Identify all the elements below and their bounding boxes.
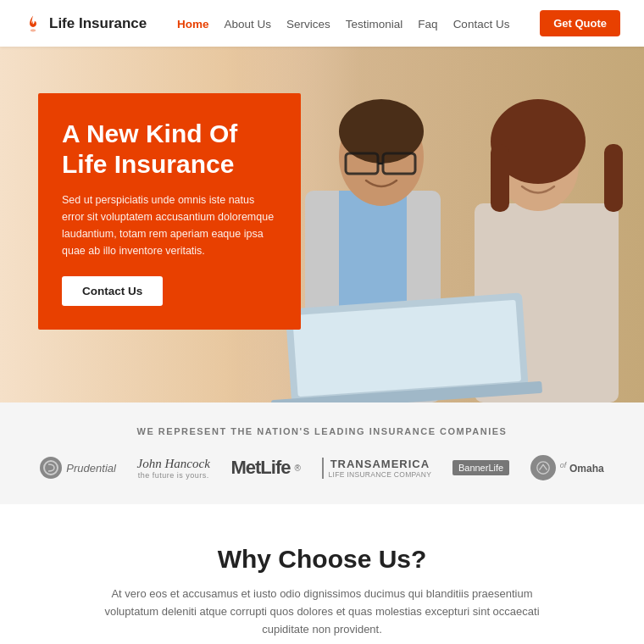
logos-section: WE REPRESENT THE NATION'S LEADING INSURA… (0, 402, 644, 504)
svg-rect-15 (292, 300, 521, 397)
bannerlife-label: BannerLife (452, 460, 509, 475)
metlife-logo: MetLife ® (230, 457, 300, 479)
nav-links: Home About Us Services Testimonial Faq C… (177, 16, 509, 31)
svg-point-0 (31, 29, 36, 31)
prudential-label: Prudential (66, 462, 116, 475)
bannerlife-logo: BannerLife (452, 460, 509, 475)
transamerica-logo: TRANSAMERICA LIFE INSURANCE COMPANY (322, 458, 432, 479)
hero-card: A New Kind Of Life Insurance Sed ut pers… (38, 93, 301, 330)
nav-testimonial[interactable]: Testimonial (346, 18, 403, 31)
prudential-icon (40, 457, 62, 479)
nav-about[interactable]: About Us (225, 18, 272, 31)
prudential-logo: Prudential (40, 457, 116, 479)
metlife-label: MetLife (230, 457, 290, 479)
hero-body: Sed ut perspiciatis unde omnis iste natu… (62, 192, 277, 259)
nav-faq[interactable]: Faq (418, 18, 437, 31)
contact-us-button[interactable]: Contact Us (62, 276, 163, 306)
transamerica-label: TRANSAMERICA (329, 458, 432, 470)
mutualomaha-icon (530, 455, 556, 480)
logos-row: Prudential John Hancock the future is yo… (34, 455, 610, 480)
why-body: At vero eos et accusamus et iusto odio d… (85, 586, 559, 638)
brand-logo[interactable]: Life Insurance (24, 14, 147, 33)
nav-home[interactable]: Home (177, 18, 209, 31)
johnhancock-sub: the future is yours. (137, 471, 210, 480)
flame-icon (24, 14, 42, 33)
nav-contact[interactable]: Contact Us (453, 18, 510, 31)
mutualomaha-logo: of Omaha (530, 455, 604, 480)
nav-services[interactable]: Services (286, 18, 330, 31)
hero-heading: A New Kind Of Life Insurance (62, 119, 277, 180)
svg-point-17 (44, 461, 58, 475)
get-quote-button[interactable]: Get Quote (540, 10, 620, 36)
why-choose-section: Why Choose Us? At vero eos et accusamus … (0, 504, 644, 644)
why-heading: Why Choose Us? (51, 545, 593, 574)
johnhancock-logo: John Hancock the future is yours. (137, 457, 210, 480)
svg-rect-13 (604, 144, 623, 212)
hero-section: A New Kind Of Life Insurance Sed ut pers… (0, 47, 644, 402)
johnhancock-label: John Hancock (137, 457, 210, 471)
metlife-registered: ® (294, 464, 300, 473)
svg-rect-12 (491, 144, 509, 212)
logos-tagline: WE REPRESENT THE NATION'S LEADING INSURA… (34, 426, 610, 436)
svg-point-18 (537, 462, 549, 474)
transamerica-sub: LIFE INSURANCE COMPANY (329, 470, 432, 479)
mutualomaha-label: Omaha (569, 463, 604, 475)
brand-name: Life Insurance (49, 15, 147, 32)
navbar: Life Insurance Home About Us Services Te… (0, 0, 644, 47)
